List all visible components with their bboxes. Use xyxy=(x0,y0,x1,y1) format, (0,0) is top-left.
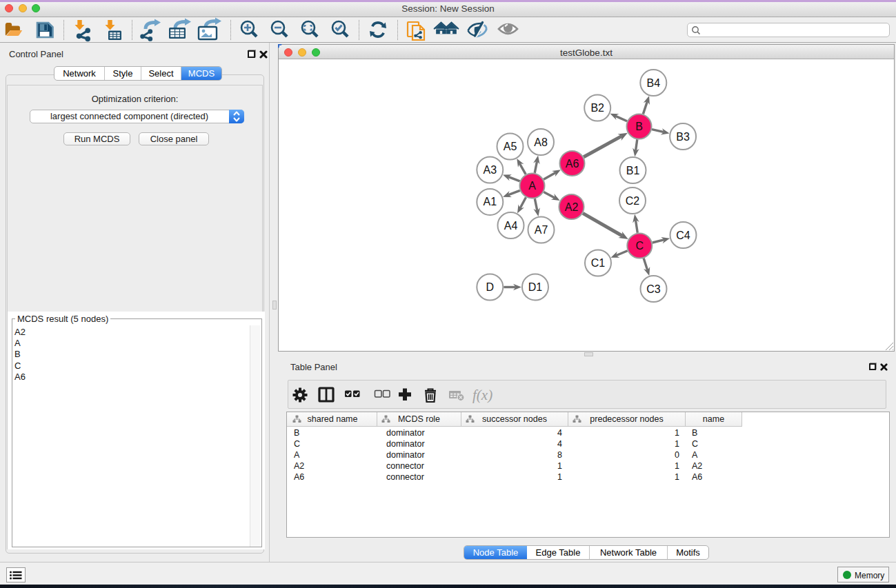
svg-text:D: D xyxy=(486,281,495,293)
svg-text:B1: B1 xyxy=(626,165,640,176)
svg-text:A4: A4 xyxy=(504,220,518,232)
svg-text:A: A xyxy=(528,180,536,192)
svg-text:C3: C3 xyxy=(646,283,661,295)
svg-text:C: C xyxy=(636,240,644,252)
svg-text:A2: A2 xyxy=(565,201,579,213)
svg-text:B: B xyxy=(635,121,643,132)
svg-text:A7: A7 xyxy=(535,224,548,236)
svg-text:A1: A1 xyxy=(484,196,497,207)
svg-text:A8: A8 xyxy=(534,136,548,148)
svg-text:B4: B4 xyxy=(647,77,661,89)
svg-text:A5: A5 xyxy=(504,141,517,152)
svg-text:C2: C2 xyxy=(626,195,640,207)
svg-text:B3: B3 xyxy=(676,131,690,143)
svg-text:A3: A3 xyxy=(484,164,497,176)
svg-text:A6: A6 xyxy=(566,158,579,170)
svg-text:D1: D1 xyxy=(528,281,543,293)
svg-text:f(x): f(x) xyxy=(472,387,492,403)
svg-text:C1: C1 xyxy=(591,257,606,269)
svg-text:B2: B2 xyxy=(590,102,604,114)
svg-text:C4: C4 xyxy=(676,230,690,241)
